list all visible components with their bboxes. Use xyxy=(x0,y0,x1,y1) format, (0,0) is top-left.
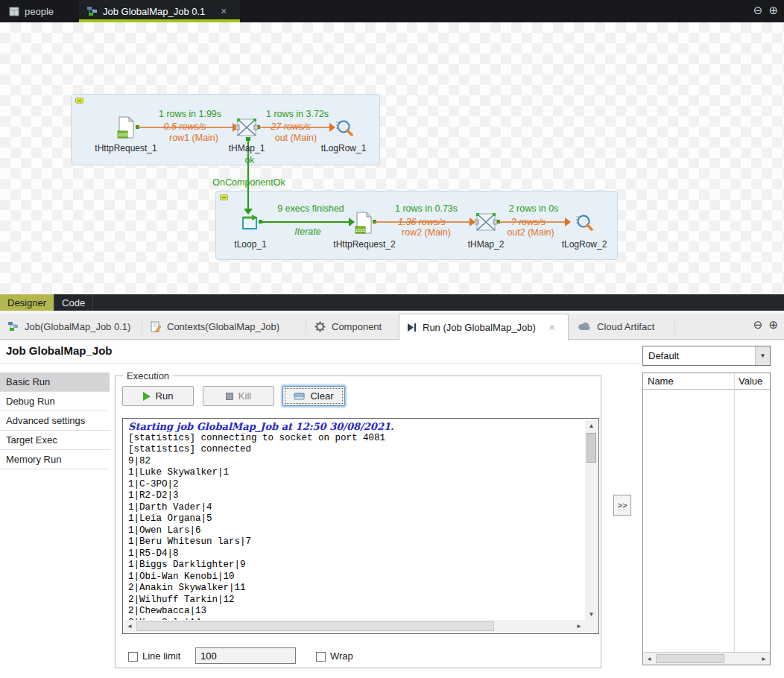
job-icon xyxy=(7,321,19,332)
scroll-right-icon[interactable]: ► xyxy=(758,653,770,665)
wrap-checkbox[interactable] xyxy=(316,652,326,662)
minimize-view-icon[interactable]: ⊖ xyxy=(753,4,763,17)
hmap-icon xyxy=(475,212,497,232)
line-limit-label[interactable]: Line limit xyxy=(142,650,180,662)
http-request-icon: 2015 xyxy=(355,212,373,234)
scroll-down-icon[interactable]: ▼ xyxy=(585,608,598,620)
scroll-left-icon[interactable]: ◄ xyxy=(124,620,136,633)
component-thttprequest-2[interactable]: 2015 xyxy=(355,212,373,237)
console-start-line: Starting job GlobalMap_Job at 12:50 30/0… xyxy=(128,421,581,433)
scroll-right-icon[interactable]: ► xyxy=(573,620,585,633)
maximize-panel-icon[interactable]: ⊕ xyxy=(768,318,778,332)
run-button[interactable]: Run xyxy=(122,386,194,406)
console-lines: [statistics] connecting to socket on por… xyxy=(128,433,581,621)
component-label[interactable]: tHttpRequest_1 xyxy=(95,143,157,153)
component-label[interactable]: tHMap_1 xyxy=(229,143,265,153)
sidebar-item-debug-run[interactable]: Debug Run xyxy=(0,392,110,411)
horizontal-scrollbar[interactable]: ◄ ► xyxy=(643,652,770,665)
divider xyxy=(0,363,639,364)
loop-icon xyxy=(240,213,259,232)
collapse-subjob-icon[interactable] xyxy=(220,194,228,200)
sidebar-item-basic-run[interactable]: Basic Run xyxy=(0,373,110,392)
connection-stats: 1 rows in 1.99s xyxy=(159,109,221,119)
component-tloop-1[interactable] xyxy=(240,213,259,235)
maximize-view-icon[interactable]: ⊕ xyxy=(768,4,778,17)
execution-console[interactable]: Starting job GlobalMap_Job at 12:50 30/0… xyxy=(122,418,599,634)
table-header: Name Value xyxy=(643,373,770,390)
tab-contexts[interactable]: Contexts(GlobalMap_Job) xyxy=(143,314,287,339)
tab-label: Component xyxy=(332,321,382,332)
column-header-value: Value xyxy=(739,376,762,387)
svg-text:2015: 2015 xyxy=(355,228,366,232)
divider xyxy=(142,320,142,334)
scrollbar-thumb[interactable] xyxy=(587,433,596,463)
horizontal-scrollbar[interactable]: ◄ ► xyxy=(124,620,585,633)
connection-label[interactable]: out2 (Main) xyxy=(507,227,554,238)
job-designer-canvas[interactable]: 2015 xyxy=(0,22,784,294)
eraser-icon xyxy=(294,392,305,401)
component-label[interactable]: tLogRow_2 xyxy=(562,239,607,250)
tab-cloud-artifact[interactable]: Cloud Artifact xyxy=(570,314,662,339)
view-switch-bar: Designer Code xyxy=(0,294,784,311)
kill-button[interactable]: Kill xyxy=(203,386,274,406)
tab-label: Run (Job GlobalMap_Job) xyxy=(423,322,536,333)
expand-context-button[interactable]: >> xyxy=(613,495,631,516)
component-label[interactable]: tLogRow_1 xyxy=(321,143,367,153)
connection-label[interactable]: row2 (Main) xyxy=(402,227,451,238)
line-limit-input[interactable] xyxy=(195,647,296,664)
column-header-name: Name xyxy=(648,376,674,387)
execution-legend: Execution xyxy=(123,370,173,381)
tab-code[interactable]: Code xyxy=(54,294,93,311)
page-title: Job GlobalMap_Job xyxy=(6,344,113,357)
scroll-up-icon[interactable]: ▲ xyxy=(585,419,598,431)
scroll-left-icon[interactable]: ◄ xyxy=(643,653,655,665)
collapse-subjob-icon[interactable] xyxy=(75,98,83,104)
connection-label[interactable]: out (Main) xyxy=(275,133,317,143)
clear-button[interactable]: Clear xyxy=(282,386,345,406)
trigger-label[interactable]: OnComponentOk xyxy=(212,177,285,188)
close-icon[interactable]: × xyxy=(221,5,227,17)
connection-rate: 27 rows/s xyxy=(271,121,311,132)
tab-label: Cloud Artifact xyxy=(597,321,654,332)
sidebar-item-target-exec[interactable]: Target Exec xyxy=(0,431,110,450)
line-limit-checkbox[interactable] xyxy=(128,652,138,662)
connection-label[interactable]: Iterate xyxy=(294,226,320,237)
component-thmap-2[interactable] xyxy=(475,212,497,235)
connection-stats: 9 execs finished xyxy=(277,203,344,214)
connection-rate: 1.36 rows/s xyxy=(398,217,446,227)
tab-component[interactable]: Component xyxy=(307,314,389,339)
close-icon[interactable]: × xyxy=(549,322,555,333)
divider xyxy=(306,320,306,334)
chevron-down-icon[interactable]: ▼ xyxy=(755,346,770,365)
cloud-icon xyxy=(578,322,591,331)
sidebar-item-advanced-settings[interactable]: Advanced settings xyxy=(0,411,110,431)
component-label[interactable]: tHMap_2 xyxy=(468,239,505,250)
component-tlogrow-2[interactable] xyxy=(574,213,593,235)
tab-job[interactable]: Job(GlobalMap_Job 0.1) xyxy=(0,314,138,339)
console-output[interactable]: Starting job GlobalMap_Job at 12:50 30/0… xyxy=(124,419,585,620)
connection-rate: ? rows/s xyxy=(511,217,546,227)
component-label[interactable]: tHttpRequest_2 xyxy=(333,239,395,250)
stop-icon xyxy=(226,393,233,400)
context-table: Name Value ◄ ► xyxy=(642,373,771,665)
component-thmap-1[interactable] xyxy=(235,117,258,141)
tab-label: Contexts(GlobalMap_Job) xyxy=(167,321,279,332)
tab-people[interactable]: people xyxy=(1,0,61,22)
component-tlogrow-1[interactable] xyxy=(334,118,353,140)
minimize-panel-icon[interactable]: ⊖ xyxy=(753,318,763,332)
connection-stats: 1 rows in 3.72s xyxy=(266,109,329,119)
context-select[interactable]: Default ▼ xyxy=(642,346,771,366)
sidebar-item-memory-run[interactable]: Memory Run xyxy=(0,450,110,469)
connection-rate: 0.5 rows/s xyxy=(164,121,206,132)
tab-job-globalmap[interactable]: Job GlobalMap_Job 0.1 × xyxy=(79,0,240,22)
wrap-label[interactable]: Wrap xyxy=(330,650,353,662)
scrollbar-thumb[interactable] xyxy=(136,621,494,631)
component-label[interactable]: tLoop_1 xyxy=(234,239,266,250)
connection-label[interactable]: row1 (Main) xyxy=(169,133,218,143)
tab-designer[interactable]: Designer xyxy=(0,294,54,311)
scrollbar-thumb[interactable] xyxy=(656,654,724,663)
tab-run[interactable]: Run (Job GlobalMap_Job) × xyxy=(399,314,569,340)
trigger-ok-label[interactable]: ok xyxy=(244,155,254,165)
vertical-scrollbar[interactable]: ▲ ▼ xyxy=(585,419,598,620)
component-thttprequest-1[interactable]: 2015 xyxy=(117,116,135,142)
